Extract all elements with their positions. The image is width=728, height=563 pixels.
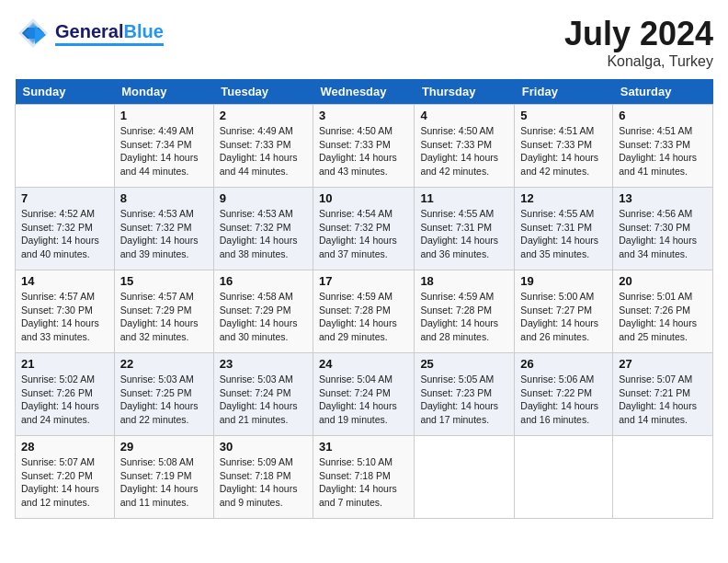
day-info: Sunrise: 4:59 AMSunset: 7:28 PMDaylight:… <box>420 290 508 344</box>
day-info: Sunrise: 5:03 AMSunset: 7:25 PMDaylight:… <box>120 373 208 427</box>
calendar-cell: 14Sunrise: 4:57 AMSunset: 7:30 PMDayligh… <box>16 270 115 353</box>
day-number: 1 <box>120 109 208 122</box>
calendar-cell <box>613 436 713 519</box>
day-info: Sunrise: 5:07 AMSunset: 7:21 PMDaylight:… <box>619 373 707 427</box>
day-number: 30 <box>220 440 307 454</box>
day-number: 14 <box>21 274 108 288</box>
header-day-sunday: Sunday <box>16 79 115 105</box>
day-info: Sunrise: 4:55 AMSunset: 7:31 PMDaylight:… <box>420 207 508 261</box>
calendar-cell: 29Sunrise: 5:08 AMSunset: 7:19 PMDayligh… <box>114 436 213 519</box>
calendar-cell: 25Sunrise: 5:05 AMSunset: 7:23 PMDayligh… <box>415 353 515 436</box>
day-number: 15 <box>120 274 208 288</box>
day-info: Sunrise: 4:49 AMSunset: 7:34 PMDaylight:… <box>120 124 208 178</box>
day-info: Sunrise: 5:01 AMSunset: 7:26 PMDaylight:… <box>619 290 707 344</box>
day-number: 6 <box>619 109 707 122</box>
day-info: Sunrise: 5:07 AMSunset: 7:20 PMDaylight:… <box>21 455 108 510</box>
day-number: 5 <box>520 109 607 122</box>
calendar-cell: 28Sunrise: 5:07 AMSunset: 7:20 PMDayligh… <box>16 436 115 519</box>
logo-general: General <box>55 21 123 42</box>
calendar-cell: 27Sunrise: 5:07 AMSunset: 7:21 PMDayligh… <box>613 353 713 436</box>
calendar-table: SundayMondayTuesdayWednesdayThursdayFrid… <box>15 79 713 519</box>
day-number: 17 <box>319 274 408 288</box>
day-info: Sunrise: 4:49 AMSunset: 7:33 PMDaylight:… <box>220 124 307 178</box>
day-info: Sunrise: 4:52 AMSunset: 7:32 PMDaylight:… <box>21 207 108 261</box>
calendar-week-row: 7Sunrise: 4:52 AMSunset: 7:32 PMDaylight… <box>16 188 713 270</box>
calendar-cell: 4Sunrise: 4:50 AMSunset: 7:33 PMDaylight… <box>415 105 515 188</box>
day-info: Sunrise: 4:53 AMSunset: 7:32 PMDaylight:… <box>120 207 208 261</box>
calendar-cell: 6Sunrise: 4:51 AMSunset: 7:33 PMDaylight… <box>613 105 713 188</box>
calendar-cell <box>16 105 115 188</box>
calendar-week-row: 21Sunrise: 5:02 AMSunset: 7:26 PMDayligh… <box>16 353 713 436</box>
calendar-header-row: SundayMondayTuesdayWednesdayThursdayFrid… <box>16 79 713 105</box>
day-number: 10 <box>319 191 408 205</box>
location-title: Konalga, Turkey <box>564 53 713 70</box>
calendar-cell: 13Sunrise: 4:56 AMSunset: 7:30 PMDayligh… <box>613 188 713 270</box>
calendar-week-row: 1Sunrise: 4:49 AMSunset: 7:34 PMDaylight… <box>16 105 713 188</box>
day-number: 12 <box>520 191 607 205</box>
header-day-thursday: Thursday <box>415 79 515 105</box>
day-number: 8 <box>120 191 208 205</box>
day-number: 29 <box>120 440 208 454</box>
day-number: 28 <box>21 440 108 454</box>
day-info: Sunrise: 5:03 AMSunset: 7:24 PMDaylight:… <box>220 373 307 427</box>
day-number: 18 <box>420 274 508 288</box>
header-day-tuesday: Tuesday <box>213 79 313 105</box>
calendar-cell: 15Sunrise: 4:57 AMSunset: 7:29 PMDayligh… <box>114 270 213 353</box>
day-number: 27 <box>619 357 707 371</box>
calendar-cell: 5Sunrise: 4:51 AMSunset: 7:33 PMDaylight… <box>515 105 613 188</box>
calendar-cell: 30Sunrise: 5:09 AMSunset: 7:18 PMDayligh… <box>213 436 313 519</box>
header-day-wednesday: Wednesday <box>313 79 415 105</box>
calendar-cell: 10Sunrise: 4:54 AMSunset: 7:32 PMDayligh… <box>313 188 415 270</box>
calendar-cell: 3Sunrise: 4:50 AMSunset: 7:33 PMDaylight… <box>313 105 415 188</box>
day-info: Sunrise: 5:00 AMSunset: 7:27 PMDaylight:… <box>520 290 607 344</box>
calendar-cell: 31Sunrise: 5:10 AMSunset: 7:18 PMDayligh… <box>313 436 415 519</box>
calendar-cell <box>515 436 613 519</box>
day-info: Sunrise: 4:57 AMSunset: 7:29 PMDaylight:… <box>120 290 208 344</box>
day-number: 26 <box>520 357 607 371</box>
logo: General Blue <box>15 15 164 52</box>
calendar-cell: 21Sunrise: 5:02 AMSunset: 7:26 PMDayligh… <box>16 353 115 436</box>
calendar-cell: 22Sunrise: 5:03 AMSunset: 7:25 PMDayligh… <box>114 353 213 436</box>
day-number: 9 <box>220 191 307 205</box>
calendar-cell: 17Sunrise: 4:59 AMSunset: 7:28 PMDayligh… <box>313 270 415 353</box>
day-number: 20 <box>619 274 707 288</box>
day-number: 19 <box>520 274 607 288</box>
day-info: Sunrise: 4:53 AMSunset: 7:32 PMDaylight:… <box>220 207 307 261</box>
calendar-cell: 24Sunrise: 5:04 AMSunset: 7:24 PMDayligh… <box>313 353 415 436</box>
calendar-cell: 18Sunrise: 4:59 AMSunset: 7:28 PMDayligh… <box>415 270 515 353</box>
day-number: 3 <box>319 109 408 122</box>
day-info: Sunrise: 4:58 AMSunset: 7:29 PMDaylight:… <box>220 290 307 344</box>
calendar-cell: 11Sunrise: 4:55 AMSunset: 7:31 PMDayligh… <box>415 188 515 270</box>
day-info: Sunrise: 4:51 AMSunset: 7:33 PMDaylight:… <box>520 124 607 178</box>
logo-icon <box>15 15 51 52</box>
header-day-friday: Friday <box>515 79 613 105</box>
logo-blue: Blue <box>123 21 163 42</box>
calendar-week-row: 14Sunrise: 4:57 AMSunset: 7:30 PMDayligh… <box>16 270 713 353</box>
calendar-cell: 16Sunrise: 4:58 AMSunset: 7:29 PMDayligh… <box>213 270 313 353</box>
title-block: July 2024 Konalga, Turkey <box>564 15 713 70</box>
calendar-cell: 8Sunrise: 4:53 AMSunset: 7:32 PMDaylight… <box>114 188 213 270</box>
calendar-cell: 1Sunrise: 4:49 AMSunset: 7:34 PMDaylight… <box>114 105 213 188</box>
day-info: Sunrise: 4:55 AMSunset: 7:31 PMDaylight:… <box>520 207 607 261</box>
day-number: 13 <box>619 191 707 205</box>
day-info: Sunrise: 4:54 AMSunset: 7:32 PMDaylight:… <box>319 207 408 261</box>
calendar-cell: 20Sunrise: 5:01 AMSunset: 7:26 PMDayligh… <box>613 270 713 353</box>
day-number: 31 <box>319 440 408 454</box>
calendar-cell: 19Sunrise: 5:00 AMSunset: 7:27 PMDayligh… <box>515 270 613 353</box>
day-info: Sunrise: 5:08 AMSunset: 7:19 PMDaylight:… <box>120 455 208 510</box>
calendar-cell: 9Sunrise: 4:53 AMSunset: 7:32 PMDaylight… <box>213 188 313 270</box>
day-number: 4 <box>420 109 508 122</box>
calendar-cell: 7Sunrise: 4:52 AMSunset: 7:32 PMDaylight… <box>16 188 115 270</box>
day-info: Sunrise: 4:50 AMSunset: 7:33 PMDaylight:… <box>319 124 408 178</box>
day-number: 16 <box>220 274 307 288</box>
day-info: Sunrise: 5:06 AMSunset: 7:22 PMDaylight:… <box>520 373 607 427</box>
calendar-cell <box>415 436 515 519</box>
day-info: Sunrise: 4:59 AMSunset: 7:28 PMDaylight:… <box>319 290 408 344</box>
day-number: 24 <box>319 357 408 371</box>
logo-text-block: General Blue <box>55 21 164 46</box>
day-number: 23 <box>220 357 307 371</box>
day-info: Sunrise: 5:09 AMSunset: 7:18 PMDaylight:… <box>220 455 307 510</box>
day-number: 7 <box>21 191 108 205</box>
day-number: 22 <box>120 357 208 371</box>
day-info: Sunrise: 5:10 AMSunset: 7:18 PMDaylight:… <box>319 455 408 510</box>
